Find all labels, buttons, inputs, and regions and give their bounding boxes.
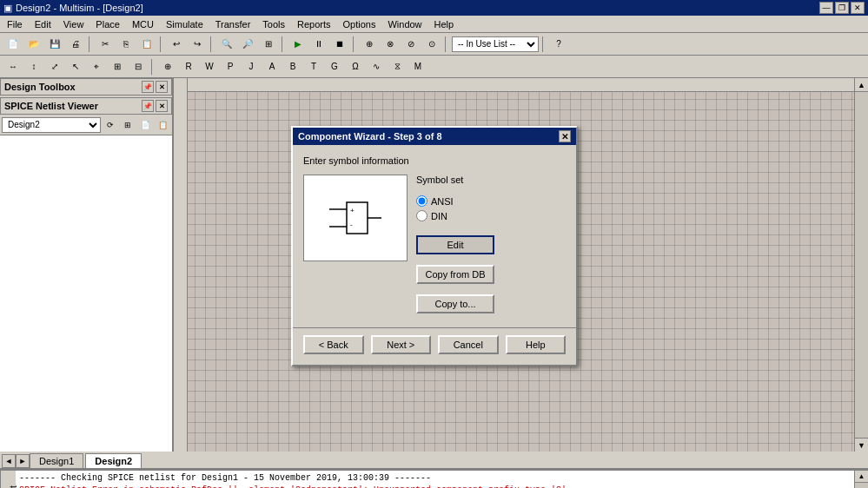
menu-reports[interactable]: Reports xyxy=(292,17,336,31)
t2-btn1[interactable]: ↔ xyxy=(3,58,23,76)
app-icon: ▣ xyxy=(3,3,12,14)
extra3[interactable]: ⊘ xyxy=(401,36,421,53)
panel-tb-btn4[interactable]: 📋 xyxy=(155,117,170,133)
log-header: Spreadsheet View ------- Checking SPICE … xyxy=(0,471,868,488)
menu-view[interactable]: View xyxy=(58,17,89,31)
extra2[interactable]: ⊗ xyxy=(381,36,400,53)
menu-mcu[interactable]: MCU xyxy=(127,17,159,31)
log-line-0: ------- Checking SPICE netlist for Desig… xyxy=(19,472,851,485)
help-button[interactable]: Help xyxy=(506,335,567,354)
extra4[interactable]: ⊙ xyxy=(422,36,441,53)
t2-btn9[interactable]: R xyxy=(179,58,198,76)
tab-design1[interactable]: Design1 xyxy=(30,453,83,468)
menu-place[interactable]: Place xyxy=(90,17,125,31)
menu-tools[interactable]: Tools xyxy=(257,17,290,31)
redo-btn[interactable]: ↪ xyxy=(188,36,207,53)
t2-btn16[interactable]: G xyxy=(325,58,344,76)
cut-btn[interactable]: ✂ xyxy=(96,36,115,53)
t2-btn11[interactable]: P xyxy=(221,58,240,76)
t2-btn13[interactable]: A xyxy=(262,58,282,76)
spice-pin-btn[interactable]: 📌 xyxy=(142,100,154,112)
t2-btn7[interactable]: ⊟ xyxy=(129,58,148,76)
edit-button[interactable]: Edit xyxy=(416,235,494,254)
restore-button[interactable]: ❐ xyxy=(835,2,849,14)
menu-help[interactable]: Help xyxy=(429,17,460,31)
next-button[interactable]: Next > xyxy=(371,335,432,354)
zoom-out-btn[interactable]: 🔎 xyxy=(238,36,257,53)
menu-edit[interactable]: Edit xyxy=(30,17,56,31)
tab-scroll-right[interactable]: ► xyxy=(16,454,30,468)
menu-file[interactable]: File xyxy=(2,17,28,31)
panel-tb-btn1[interactable]: ⟳ xyxy=(103,117,118,133)
design-toolbox-close-btn[interactable]: ✕ xyxy=(156,81,168,93)
menu-options[interactable]: Options xyxy=(338,17,381,31)
back-button[interactable]: < Back xyxy=(303,335,364,354)
paste-btn[interactable]: 📋 xyxy=(137,36,156,53)
design-dropdown[interactable]: Design2 xyxy=(2,117,101,133)
dialog-right-panel: Symbol set ANSI DIN Edit Copy from DB xyxy=(416,175,566,317)
radio-din[interactable] xyxy=(416,210,427,221)
print-btn[interactable]: 🖨 xyxy=(66,36,85,53)
scroll-down-btn[interactable]: ▼ xyxy=(855,438,868,452)
t2-sep1 xyxy=(151,59,155,75)
scroll-up-btn[interactable]: ▲ xyxy=(855,78,868,92)
help-btn[interactable]: ? xyxy=(549,36,568,53)
log-scroll-up[interactable]: ▲ xyxy=(855,471,868,483)
panel-tb-btn2[interactable]: ⊞ xyxy=(120,117,136,133)
menu-simulate[interactable]: Simulate xyxy=(161,17,209,31)
in-use-list-combo[interactable]: -- In Use List -- xyxy=(452,36,539,52)
dialog-close-btn[interactable]: ✕ xyxy=(559,130,571,142)
menu-window[interactable]: Window xyxy=(382,17,427,31)
dialog-title-bar: Component Wizard - Step 3 of 8 ✕ xyxy=(293,128,576,145)
menu-transfer[interactable]: Transfer xyxy=(210,17,256,31)
design-toolbox-pin-btn[interactable]: 📌 xyxy=(142,81,154,93)
tab-scroll-left[interactable]: ◄ xyxy=(2,454,16,468)
dialog-instruction: Enter symbol information xyxy=(303,155,566,166)
t2-btn19[interactable]: ⧖ xyxy=(388,58,407,76)
zoom-fit-btn[interactable]: ⊞ xyxy=(259,36,278,53)
design-toolbox-header: Design Toolbox 📌 ✕ xyxy=(0,78,172,96)
t2-btn2[interactable]: ↕ xyxy=(24,58,43,76)
t2-btn4[interactable]: ↖ xyxy=(66,58,85,76)
panel-toolbar: Design2 ⟳ ⊞ 📄 📋 xyxy=(0,115,172,135)
copy-to-button[interactable]: Copy to... xyxy=(416,294,494,313)
t2-btn8[interactable]: ⊕ xyxy=(158,58,177,76)
symbol-svg: + - xyxy=(321,192,390,244)
panel-tb-btn3[interactable]: 📄 xyxy=(137,117,153,133)
undo-btn[interactable]: ↩ xyxy=(167,36,186,53)
pause-btn[interactable]: ⏸ xyxy=(309,36,328,53)
toolbar-2: ↔ ↕ ⤢ ↖ ⌖ ⊞ ⊟ ⊕ R W P J A B T G Ω ∿ ⧖ M xyxy=(0,56,868,78)
radio-din-row: DIN xyxy=(416,210,566,221)
t2-btn3[interactable]: ⤢ xyxy=(45,58,64,76)
spice-close-btn[interactable]: ✕ xyxy=(156,100,168,112)
t2-btn10[interactable]: W xyxy=(200,58,219,76)
t2-btn18[interactable]: ∿ xyxy=(367,58,386,76)
open-btn[interactable]: 📂 xyxy=(24,36,43,53)
sep6 xyxy=(445,36,448,52)
new-btn[interactable]: 📄 xyxy=(3,36,23,53)
t2-btn20[interactable]: M xyxy=(408,58,427,76)
symbol-preview: + - xyxy=(303,175,407,261)
t2-btn14[interactable]: B xyxy=(283,58,302,76)
log-line-1: SPICE Netlist Error in schematic RefDes … xyxy=(19,485,851,488)
zoom-in-btn[interactable]: 🔍 xyxy=(217,36,236,53)
radio-ansi[interactable] xyxy=(416,195,427,207)
left-panel: Design Toolbox 📌 ✕ SPICE Netlist Viewer … xyxy=(0,78,174,452)
minimize-button[interactable]: — xyxy=(819,2,833,14)
tab-design2[interactable]: Design2 xyxy=(85,453,142,468)
svg-text:+: + xyxy=(350,207,354,214)
stop-btn[interactable]: ⏹ xyxy=(330,36,349,53)
cancel-button[interactable]: Cancel xyxy=(438,335,499,354)
run-btn[interactable]: ▶ xyxy=(288,36,308,53)
copy-btn[interactable]: ⎘ xyxy=(116,36,136,53)
t2-btn5[interactable]: ⌖ xyxy=(87,58,106,76)
t2-btn12[interactable]: J xyxy=(242,58,261,76)
copy-from-db-button[interactable]: Copy from DB xyxy=(416,265,494,284)
spice-netlist-label: SPICE Netlist Viewer xyxy=(4,101,98,111)
t2-btn6[interactable]: ⊞ xyxy=(108,58,127,76)
close-button[interactable]: ✕ xyxy=(851,2,865,14)
save-btn[interactable]: 💾 xyxy=(45,36,64,53)
extra1[interactable]: ⊕ xyxy=(360,36,379,53)
t2-btn15[interactable]: T xyxy=(304,58,323,76)
t2-btn17[interactable]: Ω xyxy=(346,58,365,76)
